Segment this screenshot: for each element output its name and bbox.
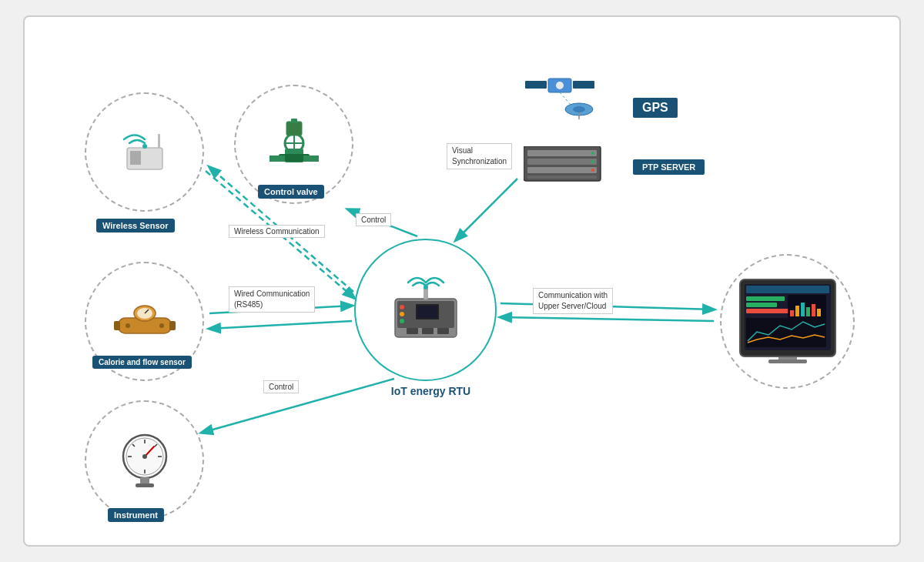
instrument-label: Instrument — [108, 508, 164, 522]
svg-point-47 — [400, 312, 404, 316]
svg-rect-49 — [407, 328, 418, 334]
svg-rect-83 — [812, 304, 815, 316]
svg-rect-82 — [806, 307, 810, 316]
svg-rect-80 — [795, 306, 799, 316]
wired-comm-label: Wired Communication(RS485) — [229, 286, 315, 313]
svg-line-61 — [560, 92, 571, 105]
control-valve-label: Control valve — [258, 185, 324, 199]
wireless-comm-label: Wireless Communication — [229, 225, 325, 238]
gps-label: GPS — [633, 98, 678, 118]
svg-rect-63 — [527, 150, 597, 156]
svg-point-11 — [142, 144, 147, 149]
svg-point-39 — [142, 454, 147, 459]
visual-sync-label: VisualSynchronization — [447, 143, 512, 169]
svg-rect-56 — [573, 81, 594, 89]
svg-point-53 — [424, 285, 428, 289]
instrument-node — [85, 400, 204, 520]
svg-point-57 — [556, 82, 564, 89]
svg-rect-65 — [527, 167, 597, 173]
control-instrument-arrow-label: Control — [263, 380, 299, 393]
svg-rect-55 — [525, 81, 547, 89]
svg-point-67 — [591, 152, 594, 155]
svg-point-28 — [126, 323, 130, 328]
svg-line-8 — [500, 317, 714, 321]
svg-line-4 — [209, 321, 352, 329]
control-valve-arrow-label: Control — [356, 213, 391, 226]
svg-rect-45 — [417, 306, 437, 318]
svg-rect-19 — [291, 119, 297, 123]
svg-rect-20 — [270, 156, 285, 162]
wireless-sensor-node — [85, 92, 204, 212]
svg-rect-18 — [286, 122, 302, 135]
svg-point-29 — [159, 323, 164, 328]
svg-point-46 — [400, 305, 404, 309]
svg-rect-81 — [801, 303, 805, 316]
svg-rect-21 — [303, 156, 319, 162]
svg-rect-75 — [746, 296, 785, 301]
svg-line-6 — [456, 179, 517, 240]
svg-point-69 — [591, 169, 594, 172]
svg-point-60 — [573, 106, 585, 112]
iot-rtu-label: IoT energy RTU — [360, 385, 502, 397]
svg-rect-71 — [768, 360, 807, 363]
gps-area — [510, 67, 610, 132]
calorie-sensor-label: Calorie and flow sensor — [92, 356, 192, 369]
svg-rect-76 — [746, 303, 777, 307]
svg-rect-66 — [527, 176, 597, 179]
iot-rtu-node — [354, 239, 497, 381]
svg-rect-64 — [527, 159, 597, 165]
svg-rect-50 — [422, 328, 434, 334]
ptp-server-area — [524, 146, 608, 188]
svg-point-48 — [400, 319, 404, 323]
svg-rect-74 — [746, 286, 829, 293]
monitor-node — [720, 254, 855, 389]
svg-rect-79 — [790, 310, 794, 316]
svg-rect-26 — [114, 321, 120, 330]
svg-point-68 — [591, 160, 594, 163]
wireless-sensor-label: Wireless Sensor — [96, 219, 175, 232]
diagram-container: Wireless Sensor Control valve — [23, 15, 901, 547]
svg-rect-77 — [746, 309, 788, 313]
svg-rect-41 — [136, 483, 154, 487]
svg-rect-27 — [169, 321, 176, 330]
comm-upper-label: Communication withUpper Server/Cloud — [533, 288, 613, 314]
ptp-label: PTP SERVER — [633, 159, 705, 175]
svg-rect-51 — [437, 328, 449, 334]
svg-rect-10 — [130, 151, 141, 165]
svg-rect-12 — [158, 134, 160, 148]
svg-rect-84 — [817, 309, 821, 316]
